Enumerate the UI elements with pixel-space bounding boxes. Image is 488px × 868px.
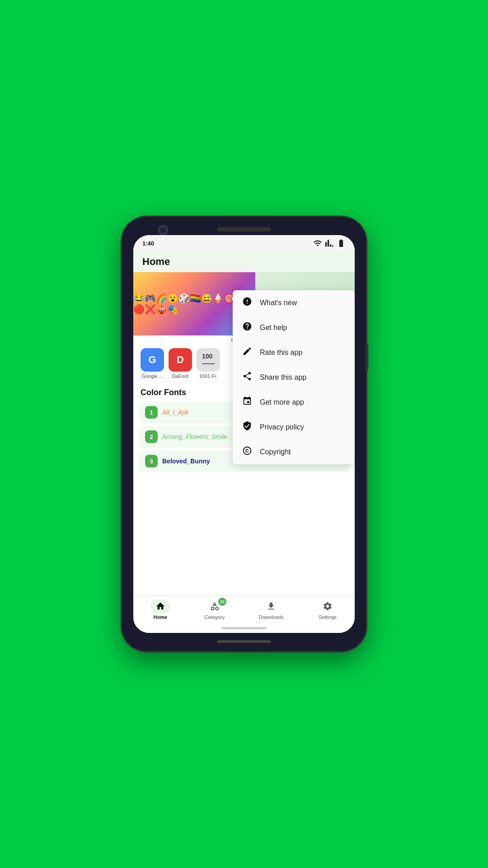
dropdown-menu: What's new Get help Rate this app [233,290,355,464]
downloads-icon [266,601,276,611]
font-num-1: 1 [145,406,158,419]
power-button [366,344,368,371]
menu-copyright[interactable]: Copyright [233,439,355,464]
get-help-label: Get help [260,324,287,332]
battery-icon [337,239,346,248]
1001-label: 1001 Fr. [199,373,217,379]
home-icon-wrap [150,599,170,613]
menu-get-more[interactable]: Get more app [233,390,355,415]
menu-rate-app[interactable]: Rate this app [233,340,355,365]
dafont-label: DaFont [172,373,188,379]
nav-category-label: Category [205,614,225,620]
font-source-dafont[interactable]: D DaFont [169,348,192,379]
category-icon-wrap: 23 [205,599,225,613]
downloads-icon-wrap [261,599,281,613]
share-icon [242,371,253,383]
wifi-icon [313,239,322,248]
phone-screen: 1:40 Home 😂🎮🌈😮🎲🏳️‍🌈😅🍦🎯😱🔴❌🎪🎭 [133,235,355,633]
nav-home[interactable]: Home [150,599,170,620]
status-time: 1:40 [142,240,154,247]
get-more-icon [242,396,253,408]
copyright-icon [242,446,253,458]
nav-category[interactable]: 23 Category [205,599,225,620]
signal-icon [325,239,334,248]
copyright-label: Copyright [260,448,291,456]
settings-icon-wrap [318,599,338,613]
gesture-bar [221,627,267,629]
privacy-icon [242,421,253,433]
section-title: Color Fonts [141,388,186,397]
home-icon [155,601,165,611]
nav-settings[interactable]: Settings [318,599,338,620]
settings-icon [323,601,333,611]
rate-icon [242,346,253,359]
status-icons [313,239,346,248]
google-label: Google ... [141,373,163,379]
menu-whats-new[interactable]: What's new [233,290,355,315]
privacy-label: Privacy policy [260,423,304,431]
menu-privacy[interactable]: Privacy policy [233,415,355,439]
rate-label: Rate this app [260,349,302,357]
get-help-icon [242,321,253,334]
nav-settings-label: Settings [319,614,337,620]
home-bar [217,640,271,643]
font-source-google[interactable]: G Google ... [141,348,164,379]
google-icon: G [141,348,164,372]
whats-new-icon [242,297,253,309]
speaker [217,227,271,231]
nav-home-label: Home [154,614,168,620]
share-label: Share this app [260,373,306,382]
get-more-label: Get more app [260,398,304,406]
menu-get-help[interactable]: Get help [233,315,355,340]
page-title: Home [142,256,170,268]
category-badge: 23 [218,598,226,606]
main-content: 😂🎮🌈😮🎲🏳️‍🌈😅🍦🎯😱🔴❌🎪🎭 6 JOYPIXELS G Google .… [133,272,355,595]
font-num-3: 3 [145,455,158,467]
whats-new-label: What's new [260,299,297,307]
app-header: Home [133,251,355,272]
dafont-icon: D [169,348,192,372]
status-bar: 1:40 [133,235,355,251]
phone-frame: 1:40 Home 😂🎮🌈😮🎲🏳️‍🌈😅🍦🎯😱🔴❌🎪🎭 [122,217,366,651]
1001-icon: 100—— [197,348,220,372]
font-source-1001[interactable]: 100—— 1001 Fr. [197,348,220,379]
camera [158,225,168,235]
bottom-nav: Home 23 Category Downloads [133,595,355,625]
menu-share-app[interactable]: Share this app [233,365,355,390]
nav-downloads[interactable]: Downloads [259,599,283,620]
font-num-2: 2 [145,430,158,443]
nav-downloads-label: Downloads [259,614,283,620]
